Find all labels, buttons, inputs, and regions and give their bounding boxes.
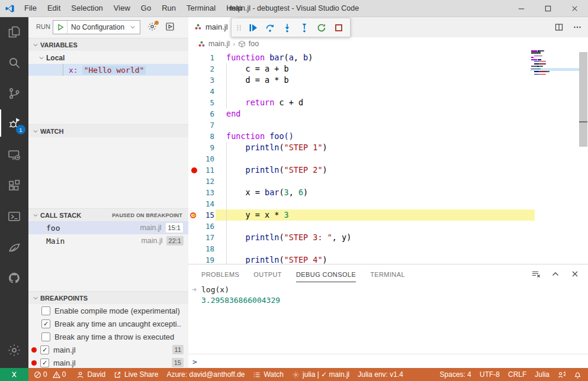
breakpoint-entry[interactable]: ✓main.jl15	[28, 356, 188, 368]
code-line-11[interactable]: 11 println("STEP 2")	[188, 164, 588, 176]
panel-tab-problems[interactable]: PROBLEMS	[201, 271, 239, 282]
activity-item-run-and-debug[interactable]: 1	[0, 109, 28, 137]
continue-button[interactable]	[244, 20, 261, 36]
glyph-margin[interactable]	[188, 198, 201, 209]
status-watch-status[interactable]: Watch	[249, 368, 288, 381]
code-line-10[interactable]: 10	[188, 153, 588, 164]
breakpoint-option[interactable]: Enable compile mode (experimental)	[28, 304, 188, 317]
glyph-margin[interactable]	[188, 176, 201, 187]
code-line-15[interactable]: 15 y = x * 3	[188, 209, 588, 221]
watch-section-header[interactable]: WATCH	[28, 124, 188, 137]
breakpoints-section-header[interactable]: BREAKPOINTS	[28, 291, 188, 304]
start-debugging-icon[interactable]	[53, 21, 68, 34]
menu-view[interactable]: View	[108, 0, 136, 17]
code-line-16[interactable]: 16	[188, 221, 588, 232]
launch-configuration-dropdown[interactable]: No Configuration	[53, 20, 140, 34]
glyph-margin[interactable]	[188, 131, 201, 142]
paused-breakpoint-icon[interactable]	[189, 211, 199, 220]
glyph-margin[interactable]	[188, 142, 201, 153]
menu-terminal[interactable]: Terminal	[181, 0, 221, 17]
breakpoint-option[interactable]: Break any time a throw is executed	[28, 330, 188, 343]
status-encoding[interactable]: UTF-8	[475, 368, 504, 381]
restart-button[interactable]	[313, 20, 330, 36]
code-line-8[interactable]: 8function foo()	[188, 131, 588, 142]
clear-console-icon[interactable]	[531, 269, 541, 279]
step-over-button[interactable]	[261, 20, 278, 36]
breakpoint-dot-icon[interactable]	[191, 167, 197, 173]
glyph-margin[interactable]	[188, 97, 201, 108]
code-line-12[interactable]: 12	[188, 176, 588, 187]
minimize-button[interactable]	[508, 0, 535, 17]
maximize-button[interactable]	[535, 0, 561, 17]
code-line-3[interactable]: 3 d = a * b	[188, 75, 588, 86]
glyph-margin[interactable]	[188, 63, 201, 75]
status-problems[interactable]: 00	[30, 368, 72, 381]
editor-scrollbar[interactable]	[579, 52, 587, 147]
code-line-14[interactable]: 14	[188, 198, 588, 209]
status-julia-env[interactable]: Julia env: v1.4	[354, 368, 407, 381]
configure-gear-icon[interactable]	[147, 22, 157, 31]
glyph-margin[interactable]	[188, 243, 201, 254]
glyph-margin[interactable]	[188, 52, 201, 63]
activity-item-powershell[interactable]	[0, 203, 28, 230]
step-out-button[interactable]	[295, 20, 313, 36]
code-line-9[interactable]: 9 println("STEP 1")	[188, 142, 588, 153]
code-line-18[interactable]: 18	[188, 243, 588, 254]
glyph-margin[interactable]	[188, 75, 201, 86]
debug-console-input[interactable]: >	[188, 354, 588, 369]
variables-scope-local[interactable]: Local	[28, 52, 188, 64]
glyph-margin[interactable]	[188, 187, 201, 198]
code-line-19[interactable]: 19 println("STEP 4")	[188, 254, 588, 264]
menu-file[interactable]: File	[19, 0, 42, 17]
checkbox[interactable]	[41, 306, 50, 315]
glyph-margin[interactable]	[188, 209, 201, 221]
status-language-mode[interactable]: Julia	[531, 368, 554, 381]
glyph-margin[interactable]	[188, 108, 201, 120]
more-actions-icon[interactable]	[573, 22, 582, 32]
breadcrumb-file[interactable]: main.jl	[208, 40, 230, 48]
code-editor[interactable]: 1function bar(a, b)2 c = a + b3 d = a * …	[188, 50, 588, 264]
glyph-margin[interactable]	[188, 164, 201, 176]
toolbar-grip-icon[interactable]	[234, 24, 244, 32]
status-live-share[interactable]: Live Share	[110, 368, 162, 381]
status-indentation[interactable]: Spaces: 4	[436, 368, 475, 381]
maximize-panel-icon[interactable]	[551, 269, 560, 279]
menu-go[interactable]: Go	[136, 0, 156, 17]
code-line-17[interactable]: 17 println("STEP 3: ", y)	[188, 232, 588, 243]
glyph-margin[interactable]	[188, 120, 201, 131]
activity-item-remote-explorer[interactable]	[0, 141, 28, 169]
close-panel-icon[interactable]	[570, 269, 580, 279]
glyph-margin[interactable]	[188, 153, 201, 164]
call-stack-frame-foo[interactable]: foomain.jl15:1	[28, 221, 188, 234]
status-account[interactable]: David	[72, 368, 110, 381]
activity-item-extensions[interactable]	[0, 172, 28, 199]
code-line-13[interactable]: 13 x = bar(3, 6)	[188, 187, 588, 198]
code-line-2[interactable]: 2 c = a + b	[188, 63, 588, 75]
call-stack-frame-main[interactable]: Mainmain.jl22:1	[28, 234, 188, 247]
breakpoint-option[interactable]: ✓Break any time an uncaught excepti...	[28, 317, 188, 330]
call-stack-section-header[interactable]: CALL STACK PAUSED ON BREAKPOINT	[28, 208, 188, 221]
panel-tab-debug-console[interactable]: DEBUG CONSOLE	[296, 271, 356, 282]
glyph-margin[interactable]	[188, 221, 201, 232]
breakpoint-entry[interactable]: ✓main.jl11	[28, 343, 188, 356]
minimap[interactable]	[530, 50, 579, 264]
status-julia-language-server[interactable]: julia | ✓ main.jl	[288, 368, 354, 381]
variable-row[interactable]: x: "Hello world"	[28, 64, 188, 76]
menu-run[interactable]: Run	[156, 0, 181, 17]
step-into-button[interactable]	[278, 20, 295, 36]
glyph-margin[interactable]	[188, 86, 201, 97]
checkbox[interactable]	[41, 332, 50, 341]
code-line-6[interactable]: 6end	[188, 108, 588, 120]
activity-item-search[interactable]	[0, 49, 28, 76]
panel-tab-output[interactable]: OUTPUT	[253, 271, 282, 282]
panel-tab-terminal[interactable]: TERMINAL	[370, 271, 405, 282]
code-line-5[interactable]: 5 return c + d	[188, 97, 588, 108]
checkbox[interactable]: ✓	[40, 346, 49, 354]
stop-button[interactable]	[330, 20, 347, 36]
status-remote-indicator[interactable]	[0, 368, 28, 381]
status-eol[interactable]: CRLF	[504, 368, 531, 381]
activity-item-feather[interactable]	[0, 234, 28, 261]
activity-item-explorer[interactable]	[0, 18, 28, 46]
glyph-margin[interactable]	[188, 232, 201, 243]
run-without-debugging-icon[interactable]	[165, 22, 175, 31]
